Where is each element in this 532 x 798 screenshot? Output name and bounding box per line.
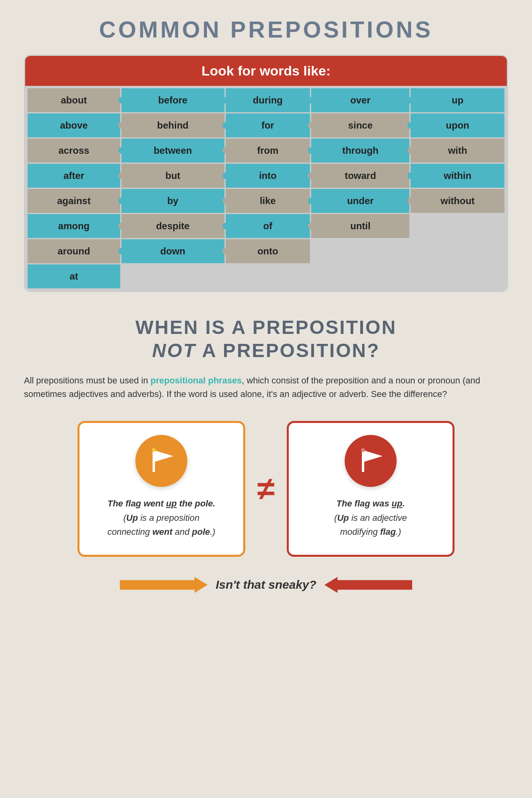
sneaky-text: Isn't that sneaky? — [216, 578, 316, 592]
section-title-not: NOT — [152, 340, 196, 361]
table-row: against by like under without — [28, 189, 504, 213]
prep-cell-empty — [121, 264, 224, 288]
prep-cell-empty — [411, 214, 504, 238]
prep-cell: through — [311, 139, 409, 163]
prep-cell: behind — [121, 113, 224, 137]
table-header: Look for words like: — [25, 56, 507, 86]
arrow-right — [120, 577, 208, 593]
svg-marker-4 — [364, 451, 383, 462]
prep-cell: after — [28, 164, 120, 188]
svg-point-5 — [361, 448, 365, 452]
svg-rect-3 — [362, 450, 364, 472]
prep-cell: with — [411, 139, 504, 163]
prep-cell: of — [226, 214, 310, 238]
prep-cell: like — [226, 189, 310, 213]
prep-cell: despite — [121, 214, 224, 238]
prep-cell: over — [311, 88, 409, 112]
prep-cell: without — [411, 189, 504, 213]
prep-cell-empty — [226, 264, 310, 288]
section-title-a-preposition: A PREPOSITION? — [202, 340, 380, 361]
table-row: among despite of until — [28, 214, 504, 238]
prep-cell: toward — [311, 164, 409, 188]
example-text-left: The flag went up the pole. (Up is a prep… — [107, 496, 215, 539]
prep-cell: during — [226, 88, 310, 112]
preposition-table: about before during over up above behind… — [26, 87, 506, 290]
prep-cell: before — [121, 88, 224, 112]
flag-icon-circle-red — [345, 435, 397, 487]
prep-cell: since — [311, 113, 409, 137]
prep-cell: at — [28, 264, 120, 288]
prep-cell: across — [28, 139, 120, 163]
preposition-box: Look for words like: about before during… — [24, 55, 508, 292]
prep-cell: but — [121, 164, 224, 188]
table-row: at — [28, 264, 504, 288]
prep-cell: from — [226, 139, 310, 163]
prep-cell-empty — [311, 264, 409, 288]
svg-marker-1 — [155, 451, 173, 462]
prep-cell: between — [121, 139, 224, 163]
arrow-left — [324, 577, 412, 593]
preposition-section: WHEN IS A PREPOSITION NOT A PREPOSITION?… — [24, 316, 508, 593]
prep-cell: among — [28, 214, 120, 238]
table-row: above behind for since upon — [28, 113, 504, 137]
svg-point-2 — [152, 448, 156, 452]
prep-cell: into — [226, 164, 310, 188]
prep-cell: about — [28, 88, 120, 112]
description-text: All prepositions must be used in preposi… — [24, 374, 508, 401]
prep-cell: within — [411, 164, 504, 188]
arrows-row: Isn't that sneaky? — [24, 577, 508, 593]
examples-row: The flag went up the pole. (Up is a prep… — [24, 421, 508, 557]
example-box-left: The flag went up the pole. (Up is a prep… — [77, 421, 245, 557]
prep-cell: around — [28, 239, 120, 263]
prep-cell: for — [226, 113, 310, 137]
flag-icon-orange — [145, 445, 177, 477]
prep-cell-empty — [311, 239, 409, 263]
prep-cell: under — [311, 189, 409, 213]
table-row: after but into toward within — [28, 164, 504, 188]
prep-cell: up — [411, 88, 504, 112]
example-text-right: The flag was up. (Up is an adjective mod… — [334, 496, 407, 539]
prep-cell: onto — [226, 239, 310, 263]
prep-cell-empty — [411, 264, 504, 288]
prep-cell-empty — [411, 239, 504, 263]
svg-rect-0 — [153, 450, 155, 472]
table-row: about before during over up — [28, 88, 504, 112]
section-title: WHEN IS A PREPOSITION NOT A PREPOSITION? — [24, 316, 508, 362]
prep-cell: upon — [411, 113, 504, 137]
prep-cell: down — [121, 239, 224, 263]
flag-icon-circle-orange — [135, 435, 187, 487]
table-row: across between from through with — [28, 139, 504, 163]
prep-cell: above — [28, 113, 120, 137]
prep-cell: against — [28, 189, 120, 213]
page-title: COMMON PREPOSITIONS — [24, 16, 508, 43]
flag-icon-red — [355, 445, 387, 477]
prep-cell: by — [121, 189, 224, 213]
example-box-right: The flag was up. (Up is an adjective mod… — [287, 421, 455, 557]
not-equal-symbol: ≠ — [257, 473, 275, 505]
prep-cell: until — [311, 214, 409, 238]
highlight-text: prepositional phrases — [151, 375, 242, 385]
table-wrapper: about before during over up above behind… — [25, 86, 507, 291]
table-row: around down onto — [28, 239, 504, 263]
